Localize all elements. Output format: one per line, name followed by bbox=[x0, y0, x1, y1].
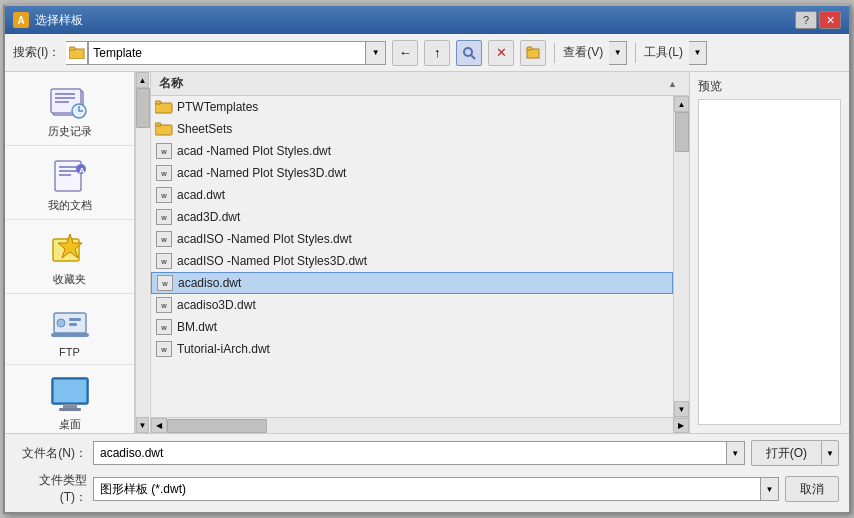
file-name: acadISO -Named Plot Styles3D.dwt bbox=[177, 254, 367, 268]
list-item[interactable]: w Tutorial-iArch.dwt bbox=[151, 338, 673, 360]
file-list-panel: 名称 ▲ PTWTemplates bbox=[151, 72, 689, 433]
list-item[interactable]: w acadISO -Named Plot Styles.dwt bbox=[151, 228, 673, 250]
dwt-icon: w bbox=[155, 318, 173, 336]
file-name: acad.dwt bbox=[177, 188, 225, 202]
sidebar-desktop-label: 桌面 bbox=[59, 417, 81, 432]
list-item[interactable]: w BM.dwt bbox=[151, 316, 673, 338]
list-item[interactable]: w acad -Named Plot Styles.dwt bbox=[151, 140, 673, 162]
back-button[interactable]: ← bbox=[392, 40, 418, 66]
delete-button[interactable]: ✕ bbox=[488, 40, 514, 66]
file-name: acad -Named Plot Styles.dwt bbox=[177, 144, 331, 158]
view-combo: ▼ bbox=[609, 41, 627, 65]
bottom-panel: 文件名(N)： ▼ 打开(O) ▼ 文件类型(T)： ▼ 取消 bbox=[5, 433, 849, 512]
dwt-icon: w bbox=[155, 340, 173, 358]
svg-rect-28 bbox=[59, 408, 81, 411]
cancel-button[interactable]: 取消 bbox=[785, 476, 839, 502]
filename-label: 文件名(N)： bbox=[15, 445, 87, 462]
svg-rect-23 bbox=[69, 323, 77, 326]
preview-area bbox=[698, 99, 841, 425]
close-button[interactable]: ✕ bbox=[819, 11, 841, 29]
app-icon: A bbox=[13, 12, 29, 28]
dialog-window: A 选择样板 ? ✕ 搜索(I)： Template ▼ ← ↑ bbox=[3, 4, 851, 514]
search-button[interactable] bbox=[456, 40, 482, 66]
list-item[interactable]: w acad3D.dwt bbox=[151, 206, 673, 228]
filetype-row: 文件类型(T)： ▼ 取消 bbox=[15, 472, 839, 506]
sidebar-item-ftp[interactable]: FTP bbox=[5, 294, 134, 365]
filelist-scroll-down[interactable]: ▼ bbox=[674, 401, 689, 417]
svg-line-3 bbox=[471, 55, 475, 59]
sidebar-item-desktop[interactable]: 桌面 bbox=[5, 365, 134, 433]
filename-combo-arrow[interactable]: ▼ bbox=[727, 441, 745, 465]
svg-rect-14 bbox=[59, 170, 77, 172]
preview-label: 预览 bbox=[690, 72, 849, 99]
search-combo-arrow[interactable]: ▼ bbox=[366, 41, 386, 65]
filetype-input[interactable] bbox=[93, 477, 761, 501]
svg-rect-26 bbox=[54, 380, 86, 402]
sidebar-fav-label: 收藏夹 bbox=[53, 272, 86, 287]
up-button[interactable]: ↑ bbox=[424, 40, 450, 66]
list-item[interactable]: w acad -Named Plot Styles3D.dwt bbox=[151, 162, 673, 184]
sidebar-item-history[interactable]: 历史记录 bbox=[5, 72, 134, 146]
svg-rect-1 bbox=[69, 47, 75, 50]
sidebar-item-favorites[interactable]: 收藏夹 bbox=[5, 220, 134, 294]
filename-input-wrapper: ▼ bbox=[93, 441, 745, 465]
list-item[interactable]: w acadISO -Named Plot Styles3D.dwt bbox=[151, 250, 673, 272]
list-item-selected[interactable]: w acadiso.dwt bbox=[151, 272, 673, 294]
title-bar-left: A 选择样板 bbox=[13, 12, 83, 29]
sep2 bbox=[635, 43, 636, 63]
list-item[interactable]: SheetSets bbox=[151, 118, 673, 140]
sidebar-item-mydocs[interactable]: A 我的文档 bbox=[5, 146, 134, 220]
filelist-scroll-left[interactable]: ◀ bbox=[151, 418, 167, 433]
view-combo-arrow[interactable]: ▼ bbox=[609, 41, 627, 65]
sidebar-scroll-track bbox=[136, 88, 149, 417]
filelist-scroll-thumb[interactable] bbox=[675, 112, 689, 152]
svg-rect-24 bbox=[51, 333, 89, 337]
dialog-title: 选择样板 bbox=[35, 12, 83, 29]
open-button[interactable]: 打开(O) bbox=[751, 440, 821, 466]
open-btn-dropdown[interactable]: ▼ bbox=[821, 440, 839, 466]
tools-combo-arrow[interactable]: ▼ bbox=[689, 41, 707, 65]
filelist-scroll-thumb-h[interactable] bbox=[167, 419, 267, 433]
sidebar-scrollbar[interactable]: ▲ ▼ bbox=[135, 72, 149, 433]
search-input[interactable]: Template bbox=[88, 41, 366, 65]
filename-input[interactable] bbox=[93, 441, 727, 465]
sep1 bbox=[554, 43, 555, 63]
folder-icon bbox=[66, 41, 88, 65]
svg-point-21 bbox=[57, 319, 65, 327]
svg-rect-27 bbox=[63, 404, 77, 408]
ftp-icon bbox=[46, 304, 94, 342]
file-name: acadiso.dwt bbox=[178, 276, 241, 290]
dwt-icon: w bbox=[155, 252, 173, 270]
filelist-scrollbar-v[interactable]: ▲ ▼ bbox=[673, 96, 689, 417]
sidebar-scroll-up[interactable]: ▲ bbox=[136, 72, 149, 88]
sidebar-scroll-down[interactable]: ▼ bbox=[136, 417, 149, 433]
dwt-icon: w bbox=[155, 296, 173, 314]
filelist-scrollbar-h[interactable]: ◀ ▶ bbox=[151, 417, 689, 433]
dwt-icon: w bbox=[155, 230, 173, 248]
filelist-scroll-up[interactable]: ▲ bbox=[674, 96, 689, 112]
file-name: Tutorial-iArch.dwt bbox=[177, 342, 270, 356]
search-value: Template bbox=[93, 46, 142, 60]
filelist-scroll-track bbox=[674, 112, 689, 401]
sidebar-scroll-thumb[interactable] bbox=[136, 88, 150, 128]
filelist-scroll-right[interactable]: ▶ bbox=[673, 418, 689, 433]
search-label: 搜索(I)： bbox=[13, 44, 60, 61]
file-name: acad3D.dwt bbox=[177, 210, 240, 224]
dwt-icon: w bbox=[155, 186, 173, 204]
svg-rect-33 bbox=[155, 101, 161, 104]
list-item[interactable]: w acadiso3D.dwt bbox=[151, 294, 673, 316]
dwt-icon: w bbox=[155, 208, 173, 226]
help-button[interactable]: ? bbox=[795, 11, 817, 29]
list-item[interactable]: w acad.dwt bbox=[151, 184, 673, 206]
svg-rect-9 bbox=[55, 97, 75, 99]
svg-rect-8 bbox=[55, 93, 75, 95]
column-name: 名称 bbox=[155, 75, 668, 92]
file-list-content: PTWTemplates SheetSets bbox=[151, 96, 673, 417]
svg-rect-22 bbox=[69, 318, 81, 321]
list-item[interactable]: PTWTemplates bbox=[151, 96, 673, 118]
file-name: acadiso3D.dwt bbox=[177, 298, 256, 312]
folder-icon bbox=[155, 98, 173, 116]
new-folder-button[interactable] bbox=[520, 40, 546, 66]
open-btn-wrapper: 打开(O) ▼ bbox=[751, 440, 839, 466]
filetype-combo-arrow[interactable]: ▼ bbox=[761, 477, 779, 501]
